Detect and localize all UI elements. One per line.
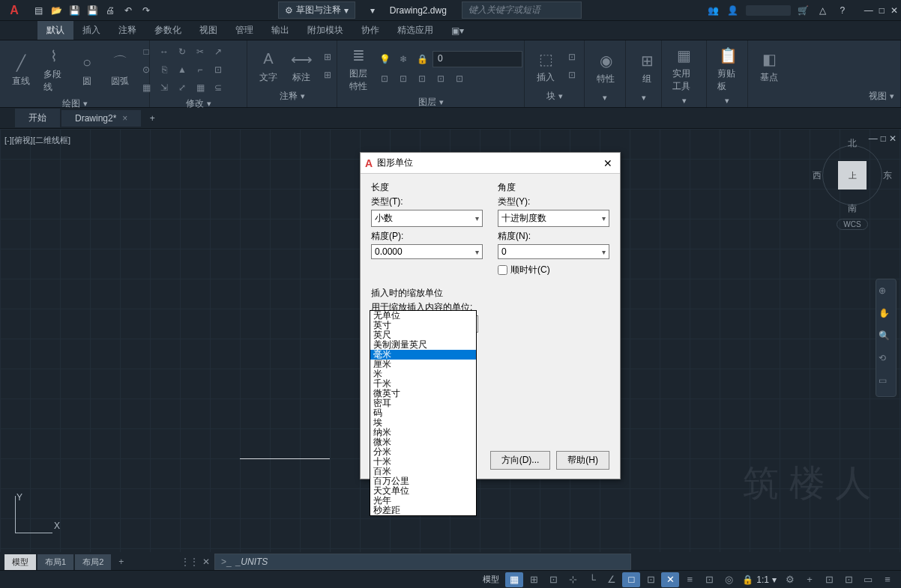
wheel-icon[interactable]: ⊕	[879, 285, 894, 300]
workspace-dropdown[interactable]: ⚙ 草图与注释 ▾	[278, 1, 355, 19]
tool-icon[interactable]: ⊡	[210, 61, 226, 78]
grid-toggle[interactable]: ▦	[505, 572, 523, 587]
layer-props-button[interactable]: ≣图层 特性	[343, 43, 373, 94]
command-input[interactable]: >_ _UNITS	[214, 554, 631, 570]
snap-toggle[interactable]: ⊞	[525, 572, 543, 587]
share-icon[interactable]: 👥	[707, 4, 720, 17]
viewport-label[interactable]: [-][俯视][二维线框]	[4, 135, 70, 146]
user-icon[interactable]: 👤	[726, 4, 740, 17]
help-icon[interactable]: ?	[836, 4, 849, 17]
doc-tab-start[interactable]: 开始	[15, 109, 60, 127]
tool-icon[interactable]: ⊡	[564, 67, 580, 83]
mirror-icon[interactable]: ▲	[174, 61, 190, 78]
dynamic-input-toggle[interactable]: ⊹	[564, 572, 582, 587]
polyline-button[interactable]: ⌇多段线	[39, 44, 69, 95]
layout-tab-model[interactable]: 模型	[4, 554, 36, 570]
hardware-toggle[interactable]: ⊡	[840, 572, 858, 587]
bulb-icon[interactable]: 💡	[376, 51, 393, 67]
saveas-icon[interactable]: 💾	[85, 4, 99, 17]
copy-icon[interactable]: ⎘	[156, 61, 172, 78]
undo-icon[interactable]: ↶	[121, 4, 135, 17]
open-icon[interactable]: 📂	[49, 4, 63, 17]
unit-option[interactable]: 码	[370, 408, 476, 418]
length-precision-select[interactable]: 0.0000▾	[371, 244, 483, 259]
pan-icon[interactable]: ✋	[879, 308, 894, 323]
text-button[interactable]: A文字	[253, 47, 283, 85]
arc-button[interactable]: ⌒圆弧	[105, 51, 135, 89]
ribbon-tab-featured[interactable]: 精选应用	[388, 21, 442, 40]
angle-type-select[interactable]: 十进制度数▾	[498, 210, 609, 227]
direction-button[interactable]: 方向(D)...	[490, 451, 551, 470]
app-logo[interactable]: A	[3, 1, 25, 19]
scale-icon[interactable]: ⤢	[174, 79, 190, 96]
unit-option[interactable]: 密耳	[370, 398, 476, 408]
tool-icon[interactable]: ⊡	[451, 70, 468, 87]
length-type-select[interactable]: 小数▾	[371, 210, 483, 227]
zoom-icon[interactable]: 🔍	[879, 330, 894, 345]
ribbon-tab-manage[interactable]: 管理	[226, 21, 262, 40]
lineweight-toggle[interactable]: ≡	[681, 572, 699, 587]
layout-tab-1[interactable]: 布局1	[37, 554, 73, 570]
ribbon-tab-default[interactable]: 默认	[37, 21, 73, 40]
showmotion-icon[interactable]: ▭	[879, 375, 894, 390]
stretch-icon[interactable]: ⇲	[156, 79, 172, 96]
dimension-button[interactable]: ⟷标注	[286, 47, 316, 85]
dialog-titlebar[interactable]: A 图形单位 ✕	[361, 153, 620, 174]
print-icon[interactable]: 🖨	[103, 4, 117, 17]
clean-toggle[interactable]: ▭	[859, 572, 877, 587]
cycling-toggle[interactable]: ◎	[720, 572, 738, 587]
move-icon[interactable]: ↔	[156, 43, 172, 60]
new-tab-button[interactable]: +	[142, 113, 162, 124]
wcs-label[interactable]: WCS	[837, 219, 867, 230]
clockwise-checkbox[interactable]: 顺时针(C)	[498, 264, 609, 276]
rotate-icon[interactable]: ↻	[174, 43, 190, 60]
chevron-down-icon[interactable]: ▾	[370, 5, 375, 16]
new-icon[interactable]: ▤	[31, 4, 45, 17]
properties-button[interactable]: ◉特性	[591, 49, 621, 87]
orbit-icon[interactable]: ⟲	[879, 353, 894, 368]
ribbon-tab-expand[interactable]: ▣▾	[442, 22, 473, 39]
cart-icon[interactable]: 🛒	[797, 4, 810, 17]
tool-icon[interactable]: ⊆	[210, 79, 226, 96]
add-layout-button[interactable]: +	[112, 554, 130, 570]
customize-toggle[interactable]: ≡	[879, 572, 897, 587]
basepoint-button[interactable]: ◧基点	[754, 47, 784, 85]
trim-icon[interactable]: ✂	[192, 43, 208, 60]
tool-icon[interactable]: ⊡	[564, 49, 580, 65]
ortho-toggle[interactable]: └	[583, 572, 601, 587]
status-model[interactable]: 模型	[478, 574, 504, 585]
doc-tab-drawing[interactable]: Drawing2*×	[61, 110, 141, 127]
redo-icon[interactable]: ↷	[139, 4, 153, 17]
close-icon[interactable]: ✕	[889, 133, 897, 144]
fillet-icon[interactable]: ⌐	[192, 61, 208, 78]
ribbon-tab-collab[interactable]: 协作	[352, 21, 388, 40]
help-button[interactable]: 帮助(H)	[556, 451, 609, 470]
layout-tab-2[interactable]: 布局2	[75, 554, 111, 570]
monitor-toggle[interactable]: +	[801, 572, 819, 587]
tool-icon[interactable]: ⊡	[414, 70, 430, 87]
grip-icon[interactable]: ⋮⋮	[180, 556, 198, 568]
viewcube-top-face[interactable]: 上	[838, 161, 867, 190]
unit-option[interactable]: 秒差距	[370, 506, 476, 515]
group-button[interactable]: ⊞组	[632, 49, 662, 87]
tool-icon[interactable]: ⊡	[376, 70, 393, 87]
search-input[interactable]: 键入关键字或短语	[462, 1, 582, 19]
tool-icon[interactable]: ⊡	[395, 70, 412, 87]
autodesk-icon[interactable]: △	[816, 4, 830, 17]
close-icon[interactable]: ×	[122, 113, 127, 124]
line-button[interactable]: ╱直线	[6, 51, 36, 89]
ribbon-tab-parametric[interactable]: 参数化	[145, 21, 190, 40]
osnap-toggle[interactable]: □	[622, 572, 640, 587]
close-icon[interactable]: ✕	[891, 5, 898, 16]
utilities-button[interactable]: ▦实用工具	[668, 43, 700, 94]
insert-block-button[interactable]: ⬚插入	[531, 47, 561, 85]
ribbon-tab-view[interactable]: 视图	[190, 21, 226, 40]
otrack-toggle[interactable]: ✕	[661, 572, 679, 587]
insert-units-dropdown[interactable]: 无单位英寸英尺美制测量英尺毫米厘米米千米微英寸密耳码埃纳米微米分米十米百米百万公…	[370, 310, 477, 516]
tool-icon[interactable]: ⊞	[319, 67, 336, 83]
ribbon-tab-annotate[interactable]: 注释	[109, 21, 145, 40]
ribbon-tab-insert[interactable]: 插入	[73, 21, 109, 40]
ucs-icon[interactable]: Y X	[15, 492, 60, 537]
tool-icon[interactable]: ⊡	[433, 70, 449, 87]
ribbon-tab-addins[interactable]: 附加模块	[298, 21, 352, 40]
